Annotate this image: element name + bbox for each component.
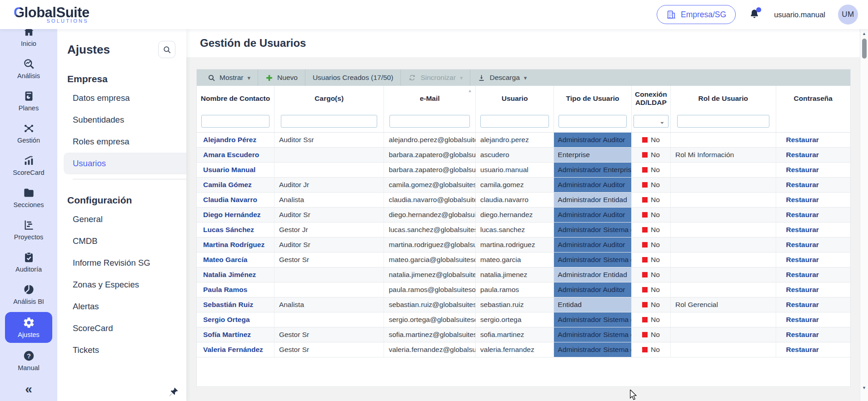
user-name-link[interactable]: Camila Gómez [197, 177, 274, 192]
restaurar-link[interactable]: Restaurar [776, 297, 850, 312]
conexion-adldap-cell: No [631, 312, 670, 327]
tipo-usuario-cell: Administrador Entidad [554, 267, 631, 282]
sidebar-collapse-button[interactable]: « [0, 382, 57, 401]
company-sg-button[interactable]: Empresa/SG [657, 5, 736, 24]
user-name-link[interactable]: Diego Hernández [197, 207, 274, 222]
user-name-link[interactable]: Amara Escudero [197, 147, 274, 162]
sidebar-item-analisis[interactable]: Análisis [4, 54, 54, 83]
sidebar-item-label: ScoreCard [13, 169, 44, 176]
restaurar-link[interactable]: Restaurar [776, 177, 850, 192]
restaurar-link[interactable]: Restaurar [776, 207, 850, 222]
panel-item-general[interactable]: General [57, 208, 186, 230]
user-name-link[interactable]: Martina Rodríguez [197, 237, 274, 252]
filter-select-conexion-ad-ldap[interactable]: ⌄ [634, 115, 668, 128]
sidebar-item-gestion[interactable]: Gestión [4, 119, 54, 148]
panel-item-cmdb[interactable]: CMDB [57, 230, 186, 252]
column-header-nombre-de-contacto[interactable]: Nombre de Contacto [197, 86, 274, 111]
user-name-link[interactable]: Lucas Sánchez [197, 222, 274, 237]
search-icon [163, 45, 171, 54]
column-header-tipo-de-usuario[interactable]: Tipo de Usuario [554, 86, 631, 111]
user-name-link[interactable]: Sergio Ortega [197, 312, 274, 327]
user-name-link[interactable]: Paula Ramos [197, 282, 274, 297]
conexion-value: No [651, 271, 660, 279]
restaurar-link[interactable]: Restaurar [776, 222, 850, 237]
filter-input-nombre-de-contacto[interactable] [201, 115, 269, 128]
panel-item-roles-empresa[interactable]: Roles empresa [57, 131, 186, 153]
restaurar-link[interactable]: Restaurar [776, 192, 850, 207]
panel-item-zonas-y-especies[interactable]: Zonas y Especies [57, 274, 186, 296]
sidebar-item-scorecard[interactable]: ScoreCard [4, 151, 54, 180]
usuario-cell: lucas.sanchez [475, 222, 554, 237]
sidebar-item-ajustes[interactable]: Ajustes [5, 312, 52, 343]
panel-item-informe-revision-sg[interactable]: Informe Revisión SG [57, 252, 186, 274]
restaurar-link[interactable]: Restaurar [776, 162, 850, 177]
column-header-usuario[interactable]: Usuario [475, 86, 554, 111]
user-name-link[interactable]: Sofía Martínez [197, 327, 274, 342]
user-name-link[interactable]: Valeria Fernández [197, 342, 274, 357]
column-header-cargo-s[interactable]: Cargo(s) [274, 86, 384, 111]
restaurar-link[interactable]: Restaurar [776, 252, 850, 267]
panel-search-button[interactable] [158, 41, 175, 58]
sidebar-item-inicio[interactable]: Inicio [4, 29, 54, 51]
user-name-link[interactable]: Natalia Jiménez [197, 267, 274, 282]
restaurar-link[interactable]: Restaurar [776, 312, 850, 327]
pin-icon[interactable] [168, 386, 179, 397]
user-name-link[interactable]: Sebastián Ruiz [197, 297, 274, 312]
mostrar-button[interactable]: Mostrar ▾ [200, 69, 258, 86]
rol-usuario-cell [670, 312, 776, 327]
column-header-conexion-ad-ldap[interactable]: Conexión AD/LDAP [631, 86, 670, 111]
restaurar-link[interactable]: Restaurar [776, 237, 850, 252]
company-sg-label: Empresa/SG [681, 10, 726, 20]
filter-input-usuario[interactable] [480, 115, 549, 128]
sincronizar-button[interactable]: Sincronizar ▾ [401, 69, 470, 86]
table-row: Martina RodríguezAuditor Srmartina.rodri… [197, 237, 850, 252]
user-name-link[interactable]: Alejandro Pérez [197, 132, 274, 147]
panel-item-scorecard[interactable]: ScoreCard [57, 317, 186, 339]
restaurar-link[interactable]: Restaurar [776, 267, 850, 282]
filter-input-cargo-s[interactable] [281, 115, 377, 128]
restaurar-link[interactable]: Restaurar [776, 282, 850, 297]
column-header-e-mail[interactable]: e-Mail▲ [384, 86, 475, 111]
user-avatar[interactable]: UM [838, 5, 858, 25]
column-header-contrasena[interactable]: Contraseña [776, 86, 850, 111]
vertical-scrollbar[interactable]: ▲ ▼ [860, 29, 868, 401]
conexion-adldap-cell: No [631, 327, 670, 342]
descarga-button[interactable]: Descarga ▾ [470, 69, 534, 86]
tipo-usuario-cell: Administrador Sistema d [554, 222, 631, 237]
main-content: Gestión de Usuarios Mostrar ▾ Nuevo [186, 29, 860, 401]
scrollbar-thumb[interactable] [862, 39, 867, 59]
tipo-usuario-cell: Administrador Auditor [554, 282, 631, 297]
conexion-value: No [651, 136, 660, 144]
restaurar-link[interactable]: Restaurar [776, 132, 850, 147]
user-name-link[interactable]: Claudia Navarro [197, 192, 274, 207]
scroll-down-arrow[interactable]: ▼ [860, 386, 868, 390]
sidebar-item-analisis-bi[interactable]: Análisis BI [4, 280, 54, 309]
sidebar-item-secciones[interactable]: Secciones [4, 183, 54, 212]
conexion-adldap-cell: No [631, 147, 670, 162]
filter-input-rol-de-usuario[interactable] [677, 115, 769, 128]
sidebar-item-label: Análisis BI [13, 298, 44, 305]
restaurar-link[interactable]: Restaurar [776, 327, 850, 342]
filter-input-tipo-de-usuario[interactable] [559, 115, 626, 128]
user-name-link[interactable]: Mateo García [197, 252, 274, 267]
sidebar-item-proyectos[interactable]: Proyectos [4, 215, 54, 244]
sidebar-item-planes[interactable]: Planes [4, 86, 54, 115]
restaurar-link[interactable]: Restaurar [776, 342, 850, 357]
notifications-bell[interactable] [748, 8, 761, 21]
sidebar-item-manual[interactable]: ?Manual [4, 346, 54, 375]
panel-item-tickets[interactable]: Tickets [57, 339, 186, 361]
user-name-link[interactable]: Usuario Manual [197, 162, 274, 177]
topbar-right-controls: Empresa/SG usuario.manual UM [657, 5, 868, 25]
restaurar-link[interactable]: Restaurar [776, 147, 850, 162]
nuevo-button[interactable]: Nuevo [258, 69, 305, 86]
scroll-up-arrow[interactable]: ▲ [860, 29, 868, 36]
column-header-rol-de-usuario[interactable]: Rol de Usuario [670, 86, 776, 111]
panel-item-alertas[interactable]: Alertas [57, 296, 186, 317]
panel-item-datos-empresa[interactable]: Datos empresa [57, 87, 186, 109]
filter-cell-nombre-de-contacto [197, 111, 274, 132]
cargo-cell: Analista [274, 192, 384, 207]
panel-item-usuarios[interactable]: Usuarios [64, 153, 186, 174]
panel-item-subentidades[interactable]: Subentidades [57, 109, 186, 131]
filter-input-e-mail[interactable] [389, 115, 469, 128]
sidebar-item-auditoria[interactable]: Auditoría [4, 248, 54, 277]
